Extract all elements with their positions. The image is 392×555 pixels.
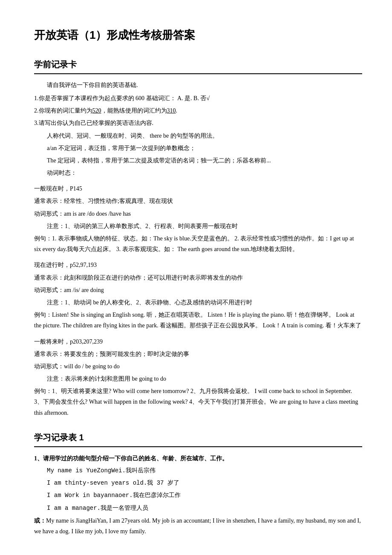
tense1-note: 注意：1、动词的第三人称单数形式、2、行程表、时间表要用一般现在时 (47, 221, 362, 231)
tense-future: 一般将来时，p203,207,239 通常表示：将要发生的；预测可能发生的；即时… (34, 336, 362, 418)
tense-present-simple: 一般现在时，P145 通常表示：经常性、习惯性动作;客观真理、现在现状 动词形式… (34, 183, 362, 254)
grammar-item-3: 动词时态： (47, 168, 362, 178)
tense3-desc: 通常表示：将要发生的；预测可能发生的；即时决定做的事 (34, 349, 362, 359)
tense1-examples: 例句：1. 表示事物或人物的特征、状态。如：The sky is blue.天空… (34, 233, 362, 254)
answer-2: I am Work in bayannaoer.我在巴彦淖尔工作 (47, 490, 362, 501)
grammar-item-2: The 定冠词，表特指，常用于第二次提及或带定语的名词；独一无二的；乐器名称前.… (47, 155, 362, 166)
section1-q2: 2.你现有的词汇量约为520，能熟练使用的词汇约为310. (34, 105, 362, 116)
tense3-name: 一般将来时，p203,207,239 (34, 336, 362, 347)
tense-present-continuous: 现在进行时，p52,97,193 通常表示：此刻和现阶段正在进行的动作；还可以用… (34, 260, 362, 331)
grammar-item-1: a/an 不定冠词，表泛指，常用于第一次提到的单数概念； (47, 143, 362, 153)
section2-answers: My name is YueZongWei.我叫岳宗伟 I am thinty-… (47, 465, 362, 514)
tense2-desc: 通常表示：此刻和现阶段正在进行的动作；还可以用进行时表示即将发生的动作 (34, 272, 362, 283)
section2-q1-label: 1、请用学过的功能句型介绍一下你自己的姓名、年龄、所在城市、工作。 (34, 453, 362, 464)
section-study-record: 学习记录表 1 1、请用学过的功能句型介绍一下你自己的姓名、年龄、所在城市、工作… (34, 430, 362, 537)
tense2-examples: 例句：Listen! She is singing an English son… (34, 309, 362, 331)
section1-title: 学前记录卡 (34, 57, 362, 74)
tense3-examples: 例句：1、明天谁将要来这里? Who will come here tomorr… (34, 386, 362, 418)
answer-0: My name is YueZongWei.我叫岳宗伟 (47, 465, 362, 476)
tense3-form: 动词形式：will do / be going to do (34, 361, 362, 372)
tense2-form: 动词形式：am /is/ are doing (34, 285, 362, 295)
tense1-form: 动词形式：am is are /do does /have has (34, 208, 362, 219)
section-xuequan: 学前记录卡 请自我评估一下你目前的英语基础. 1.你是否掌握了本课程作为起点要求… (34, 57, 362, 418)
tense1-desc: 通常表示：经常性、习惯性动作;客观真理、现在现状 (34, 196, 362, 206)
tense2-note: 注意：1、助动词 be 的人称变化、2、表示静物、心态及感情的动词不用进行时 (47, 297, 362, 308)
tense3-note: 注意：表示将来的计划和意图用 be going to do (47, 373, 362, 384)
section2-or: 或：My name is JiangHaiYan, I am 27years o… (34, 515, 362, 537)
section2-title: 学习记录表 1 (34, 430, 362, 447)
grammar-item-0: 人称代词、冠词、一般现在时、词类、 there be 的句型等的用法。 (47, 130, 362, 141)
tense1-name: 一般现在时，P145 (34, 183, 362, 194)
answer-3: I am a manager.我是一名管理人员 (47, 503, 362, 514)
tense2-name: 现在进行时，p52,97,193 (34, 260, 362, 270)
section1-q3: 3.请写出你认为自己已经掌握的英语语法内容. (34, 118, 362, 128)
answer-1: I am thinty-seven years old.我 37 岁了 (47, 478, 362, 489)
section1-intro: 请自我评估一下你目前的英语基础. (47, 80, 362, 90)
grammar-list: 人称代词、冠词、一般现在时、词类、 there be 的句型等的用法。 a/an… (47, 130, 362, 179)
main-title: 开放英语（1）形成性考核册答案 (34, 26, 362, 44)
section1-q1: 1.你是否掌握了本课程作为起点要求的 600 基础词汇： A. 是. B. 否√ (34, 93, 362, 104)
